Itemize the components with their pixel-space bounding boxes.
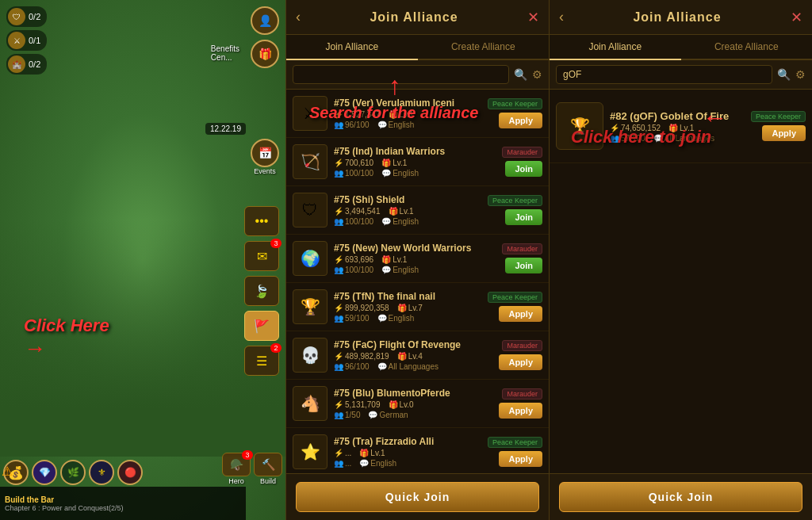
hero-btn-area[interactable]: 🪖 3 Hero bbox=[222, 453, 251, 485]
alliance-emblem: ⭐ bbox=[293, 434, 327, 469]
resource-castle: 🏰 0/2 bbox=[6, 54, 47, 75]
alliance-info: #75 (TfN) The final nail ⚡899,920,358 🎁L… bbox=[334, 291, 481, 323]
members-meta: 👥96/100 bbox=[334, 362, 370, 371]
menu-btn[interactable]: ☰ 2 bbox=[244, 346, 279, 376]
alliance-emblem: 🐴 bbox=[293, 386, 327, 421]
alliance-info: #75 (Blu) BlumentoPferde ⚡5,131,709 🎁Lv.… bbox=[334, 388, 488, 419]
members-meta: 👥59/100 bbox=[334, 314, 370, 323]
members-meta: 👥1/50 bbox=[334, 411, 360, 419]
action-button[interactable]: Join bbox=[505, 258, 542, 273]
resource-sword: ⚔ 0/1 bbox=[6, 30, 47, 51]
alliance-name: #75 (TfN) The final nail bbox=[334, 291, 481, 302]
benefits-label: Benefits Cen... bbox=[211, 44, 239, 62]
right-close-button[interactable]: ✕ bbox=[791, 9, 802, 26]
left-search-input[interactable] bbox=[293, 65, 509, 84]
click-here-arrow: → bbox=[24, 336, 46, 361]
left-back-button[interactable]: ‹ bbox=[296, 9, 301, 25]
action-button[interactable]: Apply bbox=[499, 354, 542, 370]
resource-shield: 🛡 0/2 bbox=[6, 6, 47, 27]
language-meta: 💬English bbox=[359, 459, 396, 468]
alliance-stats: ⚡700,610 🎁Lv.1 bbox=[334, 159, 488, 167]
left-search-bar: 🔍 ⚙ bbox=[286, 60, 549, 90]
benefits-icon[interactable]: 🎁 bbox=[251, 40, 279, 68]
avatar-icon[interactable]: 👤 bbox=[251, 6, 279, 35]
right-tab-bar: Join Alliance Create Alliance bbox=[550, 35, 812, 60]
power-stat: ⚡693,696 bbox=[334, 255, 373, 264]
right-language-meta: 💬All Languages bbox=[653, 134, 714, 143]
alliance-emblem: ⚔ bbox=[293, 96, 327, 131]
leaf-btn[interactable]: 🍃 bbox=[244, 276, 279, 306]
right-search-input[interactable] bbox=[556, 65, 772, 84]
alliance-info: #75 (Ind) Indian Warriors ⚡700,610 🎁Lv.1… bbox=[334, 146, 488, 178]
left-close-button[interactable]: ✕ bbox=[527, 9, 539, 26]
alliance-name: #75 (Ind) Indian Warriors bbox=[334, 146, 488, 157]
alliance-info: #75 (FaC) Flight Of Revenge ⚡489,982,819… bbox=[334, 339, 488, 371]
right-tab-join[interactable]: Join Alliance bbox=[550, 35, 681, 60]
left-panel-header: ‹ Join Alliance ✕ bbox=[286, 0, 549, 35]
right-search-bar: 🔍 ⚙ bbox=[550, 60, 812, 90]
flag-btn[interactable]: 🚩 bbox=[244, 311, 279, 341]
action-button[interactable]: Apply bbox=[499, 403, 542, 419]
right-alliance-item: 🏆 #82 (gOF) Goblet Of Fire ⚡74,650,152 🎁… bbox=[550, 90, 812, 163]
mail-btn[interactable]: ✉ 3 bbox=[244, 241, 279, 271]
left-tab-join[interactable]: Join Alliance bbox=[286, 35, 418, 60]
action-button[interactable]: Join bbox=[505, 161, 542, 177]
right-icon-bar: 👤 🎁 Benefits Cen... bbox=[251, 6, 279, 68]
alliance-meta: 👥96/100 💬All Languages bbox=[334, 362, 488, 371]
game-panel: 🛡 0/2 ⚔ 0/1 🏰 0/2 👤 🎁 Benefits Cen... 12… bbox=[0, 0, 285, 520]
left-search-icon[interactable]: 🔍 bbox=[514, 68, 527, 81]
build-icon[interactable]: 🔨 bbox=[254, 453, 282, 476]
more-options-btn[interactable]: ••• bbox=[244, 206, 279, 236]
left-gear-icon[interactable]: ⚙ bbox=[532, 68, 542, 81]
action-button[interactable]: Apply bbox=[499, 451, 542, 467]
level-stat: 🎁Lv.1 bbox=[389, 207, 414, 216]
level-stat: 🎁Lv.7 bbox=[397, 304, 423, 312]
events-icon[interactable]: 📅 bbox=[251, 139, 279, 167]
gem1-icon[interactable]: 💎 bbox=[32, 460, 57, 485]
right-search-icon[interactable]: 🔍 bbox=[777, 68, 791, 81]
right-alliance-list[interactable]: 🏆 #82 (gOF) Goblet Of Fire ⚡74,650,152 🎁… bbox=[550, 90, 812, 473]
action-button[interactable]: Apply bbox=[499, 113, 542, 128]
sword-resource-icon: ⚔ bbox=[8, 32, 25, 49]
right-gear-icon[interactable]: ⚙ bbox=[795, 68, 806, 81]
power-stat: ⚡489,982,819 bbox=[334, 352, 389, 361]
join-column: Marauder Join bbox=[495, 147, 542, 177]
bottom-left-icons: 💰 💎 🌿 ⚜ 🔴 bbox=[3, 460, 143, 485]
power-stat: ⚡... bbox=[334, 449, 351, 457]
left-alliance-list[interactable]: ⚔ #75 (Ver) Verulamium Iceni ⚡1,527,347 … bbox=[286, 90, 549, 473]
right-back-button[interactable]: ‹ bbox=[559, 9, 564, 25]
right-alliance-info: #82 (gOF) Goblet Of Fire ⚡74,650,152 🎁Lv… bbox=[610, 110, 745, 143]
castle-resource-icon: 🏰 bbox=[8, 55, 25, 73]
hero-icon[interactable]: 🪖 3 bbox=[222, 453, 251, 476]
alliance-list-item: 🐴 #75 (Blu) BlumentoPferde ⚡5,131,709 🎁L… bbox=[286, 380, 549, 428]
castle-count: 0/2 bbox=[29, 59, 40, 69]
events-area[interactable]: 📅 Events bbox=[251, 139, 279, 175]
right-members-meta: 👥57/100 bbox=[610, 134, 645, 143]
type-badge: Peace Keeper bbox=[488, 195, 542, 206]
power-stat: ⚡899,920,358 bbox=[334, 304, 389, 312]
alliance-info: #75 (Shi) Shield ⚡3,494,541 🎁Lv.1 👥100/1… bbox=[334, 194, 481, 226]
left-quick-join-button[interactable]: Quick Join bbox=[296, 482, 539, 512]
build-btn-area[interactable]: 🔨 Build bbox=[254, 453, 282, 485]
alliance-name: #75 (FaC) Flight Of Revenge bbox=[334, 339, 488, 350]
right-tab-create[interactable]: Create Alliance bbox=[681, 35, 813, 59]
language-meta: 💬German bbox=[368, 411, 408, 419]
alliance-list-item: 🏹 #75 (Ind) Indian Warriors ⚡700,610 🎁Lv… bbox=[286, 138, 549, 186]
action-buttons: ••• ✉ 3 🍃 🚩 ☰ 2 bbox=[244, 206, 279, 376]
resource-bar: 🛡 0/2 ⚔ 0/1 🏰 0/2 bbox=[6, 6, 47, 75]
alliance-name: #75 (New) New World Warriors bbox=[334, 243, 488, 254]
gem3-icon[interactable]: ⚜ bbox=[89, 460, 114, 485]
gem4-icon[interactable]: 🔴 bbox=[117, 460, 143, 485]
members-meta: 👥100/100 bbox=[334, 169, 373, 178]
left-tab-create[interactable]: Create Alliance bbox=[418, 35, 550, 59]
action-button[interactable]: Join bbox=[505, 209, 542, 225]
type-badge: Marauder bbox=[502, 340, 542, 351]
gem2-icon[interactable]: 🌿 bbox=[60, 460, 86, 485]
status-title: Build the Bar bbox=[5, 495, 241, 504]
right-apply-button[interactable]: Apply bbox=[762, 125, 806, 141]
click-here-annotation: Click Here → bbox=[24, 315, 109, 361]
right-quick-join-button[interactable]: Quick Join bbox=[559, 482, 802, 512]
action-button[interactable]: Apply bbox=[499, 306, 542, 322]
alliance-info: #75 (New) New World Warriors ⚡693,696 🎁L… bbox=[334, 243, 488, 274]
right-quick-join-bar: Quick Join bbox=[550, 473, 812, 520]
